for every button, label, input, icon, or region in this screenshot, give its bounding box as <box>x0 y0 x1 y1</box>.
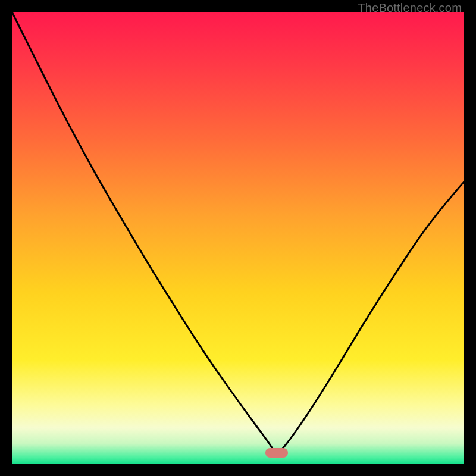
watermark-text: TheBottleneck.com <box>358 1 462 15</box>
minimum-marker <box>265 448 288 458</box>
chart-frame: TheBottleneck.com <box>0 0 476 476</box>
bottleneck-curve <box>12 12 464 464</box>
plot-area <box>12 12 464 464</box>
